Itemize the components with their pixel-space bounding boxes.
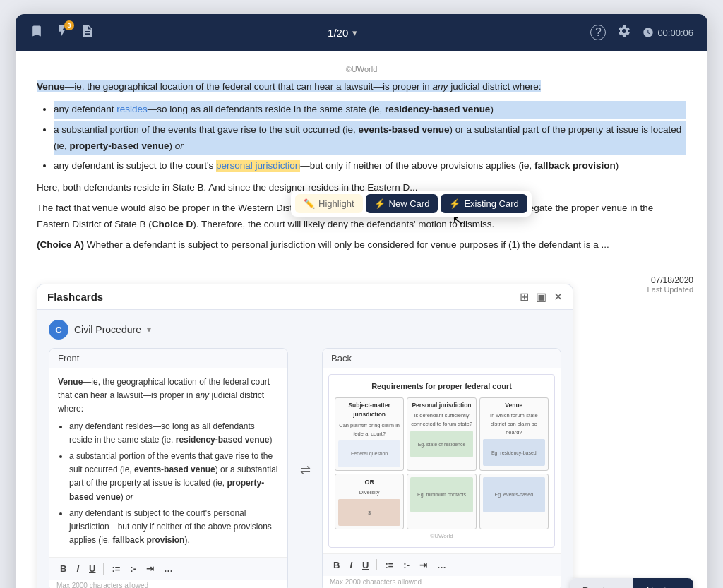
bold-button[interactable]: B: [56, 562, 70, 575]
indent-button[interactable]: ⇥: [143, 562, 157, 575]
help-icon[interactable]: ?: [590, 25, 606, 40]
new-card-button[interactable]: ⚡ New Card: [366, 194, 438, 213]
timer-display: 00:00:06: [643, 27, 693, 38]
next-button[interactable]: Next →: [633, 578, 693, 588]
italic-button[interactable]: I: [73, 562, 83, 575]
residency-box: Eg. residency-based: [483, 439, 545, 466]
date-sublabel: Last Updated: [647, 285, 693, 294]
back-label: Back: [323, 349, 561, 368]
diversity-box: $: [338, 499, 400, 526]
flashcards-panel: Flashcards ⊞ ▣ ✕ C Civil Procedure ▾ Fro…: [37, 284, 573, 588]
new-card-label: New Card: [389, 198, 430, 209]
highlight-icon: ✏️: [304, 198, 315, 209]
back-char-limit: Max 2000 characters allowed: [323, 576, 561, 588]
venue-cell: Venue In which forum-state district can …: [479, 397, 549, 471]
or-diversity-cell: OR Diversity $: [335, 474, 404, 529]
back-image-inner: Requirements for proper federal court Su…: [328, 374, 555, 548]
format-toolbar-front: B I U := :- ⇥ …: [49, 557, 287, 580]
flash-icon[interactable]: 3: [55, 24, 69, 42]
resides-link[interactable]: resides: [116, 104, 148, 114]
min-contacts-box: Eg. minimum contacts: [410, 477, 472, 512]
date-value: 07/18/2020: [647, 275, 693, 285]
bold-button-back[interactable]: B: [330, 558, 343, 572]
min-contacts-cell: Eg. minimum contacts: [407, 474, 476, 529]
existing-card-icon: ⚡: [449, 198, 460, 209]
new-card-icon: ⚡: [374, 198, 386, 209]
ordered-list-button[interactable]: :=: [108, 562, 124, 575]
category-dropdown[interactable]: ▾: [147, 325, 151, 335]
header-icons: ⊞ ▣ ✕: [520, 290, 563, 304]
underline-button[interactable]: U: [85, 562, 99, 575]
flashcards-body: C Civil Procedure ▾ Front Venue—ie, the …: [37, 310, 573, 588]
highlight-button[interactable]: ✏️ Highlight: [295, 194, 363, 213]
back-content: Requirements for proper federal court Su…: [323, 368, 561, 553]
front-content[interactable]: Venue—ie, the geographical location of t…: [49, 368, 287, 557]
settings-icon[interactable]: [617, 24, 631, 42]
format-divider1: [103, 563, 104, 575]
unordered-list-button[interactable]: :-: [126, 562, 140, 575]
federal-question-box: Federal question: [338, 440, 400, 467]
category-circle: C: [49, 320, 68, 340]
italic-button-back[interactable]: I: [346, 558, 356, 572]
popup-menu: ✏️ Highlight ⚡ New Card ⚡ Existing Card: [291, 191, 532, 217]
content-text: Venue—ie, the geographical location of t…: [37, 79, 686, 253]
format-toolbar-back: B I U := :- ⇥ …: [323, 553, 561, 576]
category-name: Civil Procedure: [74, 324, 141, 335]
indent-button-back[interactable]: ⇥: [416, 558, 431, 572]
content-area: ©UWorld Venue—ie, the geographical locat…: [16, 51, 707, 277]
events-based-cell: Eg. events-based: [479, 474, 549, 529]
venue-bold: Venue: [37, 81, 65, 92]
requirements-grid: Subject-matter jurisdiction Can plaintif…: [335, 397, 549, 530]
flashcards-header: Flashcards ⊞ ▣ ✕: [37, 284, 573, 310]
events-based-box: Eg. events-based: [483, 477, 545, 512]
toolbar-right-icons: ? 00:00:06: [590, 24, 693, 42]
ordered-list-button-back[interactable]: :=: [381, 558, 397, 572]
top-toolbar: 3 1/20 ▾ ? 00:00:06: [16, 14, 707, 51]
front-label: Front: [49, 349, 287, 368]
highlight-label: Highlight: [318, 198, 354, 209]
state-residence-box: Eg. state of residence: [410, 431, 472, 457]
existing-card-label: Existing Card: [464, 198, 518, 209]
uwworld-credit: ©UWorld: [37, 65, 686, 73]
previous-button[interactable]: Previous: [570, 578, 633, 588]
underline-button-back[interactable]: U: [359, 558, 372, 572]
more-button[interactable]: …: [160, 562, 177, 575]
back-image-title: Requirements for proper federal court: [335, 380, 549, 393]
transfer-arrow: ⇌: [297, 462, 313, 478]
category-row: C Civil Procedure ▾: [49, 320, 561, 340]
toolbar-left-icons: 3: [30, 24, 95, 42]
date-info: 07/18/2020 Last Updated: [647, 275, 693, 294]
counter-display: 1/20: [328, 27, 348, 39]
existing-card-button[interactable]: ⚡ Existing Card: [441, 194, 527, 213]
export-icon[interactable]: [80, 24, 95, 42]
layout-button[interactable]: ▣: [536, 290, 546, 304]
timer-value: 00:00:06: [657, 28, 693, 38]
back-uwworld-credit: ©UWorld: [335, 532, 549, 541]
smj-cell: Subject-matter jurisdiction Can plaintif…: [335, 397, 404, 471]
flashcards-title: Flashcards: [47, 291, 103, 303]
bookmark-icon[interactable]: [30, 24, 44, 42]
next-arrow-icon: →: [671, 585, 681, 588]
nav-buttons: Previous Next →: [570, 578, 693, 588]
format-divider2: [376, 559, 377, 570]
more-button-back[interactable]: …: [434, 558, 450, 572]
grid-view-button[interactable]: ⊞: [520, 290, 529, 304]
counter-dropdown[interactable]: ▾: [352, 28, 357, 38]
toolbar-center: 1/20 ▾: [328, 27, 357, 39]
next-label: Next: [646, 585, 667, 588]
flash-badge: 3: [64, 20, 74, 30]
close-button[interactable]: ✕: [554, 290, 563, 304]
front-char-limit: Max 2000 characters allowed: [49, 580, 287, 588]
unordered-list-button-back[interactable]: :-: [400, 558, 413, 572]
back-card-section: Back Requirements for proper federal cou…: [322, 348, 561, 588]
pj-cell: Personal jurisdiction Is defendant suffi…: [407, 397, 476, 471]
front-card-section: Front Venue—ie, the geographical locatio…: [49, 348, 288, 588]
personal-jurisdiction-link[interactable]: personal jurisdiction: [216, 160, 300, 172]
